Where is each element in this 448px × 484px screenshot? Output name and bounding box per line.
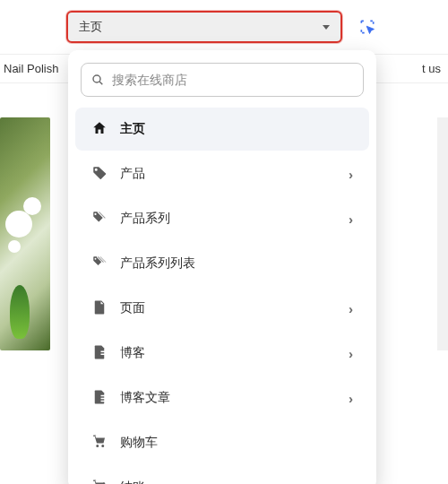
page-selector[interactable]: 主页: [66, 11, 342, 43]
menu-item-blog-post[interactable]: 博客文章›: [75, 376, 369, 419]
menu-item-label: 购物车: [120, 435, 158, 451]
search-field[interactable]: [81, 63, 364, 97]
menu-item-collections-list[interactable]: 产品系列列表: [75, 242, 369, 285]
svg-rect-6: [101, 400, 106, 402]
menu-item-label: 博客文章: [120, 390, 170, 406]
search-input[interactable]: [112, 73, 354, 87]
selection-cursor-icon: [358, 18, 376, 36]
menu-item-label: 产品系列列表: [120, 255, 195, 272]
menu-item-page[interactable]: 页面›: [75, 287, 369, 330]
menu-item-blog[interactable]: 博客›: [75, 332, 369, 375]
blog-icon: [91, 344, 108, 363]
svg-point-0: [93, 75, 100, 82]
menu-item-home[interactable]: 主页: [75, 108, 369, 151]
side-panel: [437, 117, 448, 350]
tag-icon: [91, 165, 108, 184]
menu-item-label: 产品系列: [120, 211, 170, 227]
chevron-down-icon: [323, 25, 330, 30]
menu-list[interactable]: 主页产品›产品系列›产品系列列表页面›博客›博客文章›购物车结账: [68, 106, 376, 484]
menu-item-checkout[interactable]: 结账: [75, 466, 369, 484]
nav-item-right[interactable]: t us: [422, 62, 448, 75]
menu-item-label: 结账: [120, 480, 145, 484]
menu-item-cart[interactable]: 购物车: [75, 421, 369, 464]
hero-image: [0, 117, 50, 350]
home-icon: [91, 120, 108, 139]
inspect-button[interactable]: [353, 13, 382, 41]
nav-item-left[interactable]: Nail Polish: [0, 62, 58, 75]
chevron-right-icon: ›: [349, 391, 353, 406]
chevron-right-icon: ›: [349, 167, 353, 182]
menu-item-collection[interactable]: 产品系列›: [75, 197, 369, 240]
page-selector-label: 主页: [79, 19, 102, 35]
chevron-right-icon: ›: [349, 301, 353, 316]
collection-icon: [91, 210, 108, 229]
svg-line-1: [99, 82, 102, 84]
page-icon: [91, 299, 108, 318]
menu-item-label: 博客: [120, 345, 145, 361]
chevron-right-icon: ›: [349, 212, 353, 227]
menu-item-tag[interactable]: 产品›: [75, 152, 369, 195]
checkout-icon: [91, 479, 108, 485]
svg-rect-3: [101, 353, 107, 355]
blog-post-icon: [91, 389, 108, 408]
chevron-right-icon: ›: [349, 346, 353, 361]
search-wrap: [68, 59, 376, 106]
svg-rect-5: [101, 397, 107, 399]
menu-item-label: 主页: [120, 121, 145, 137]
page-dropdown: 主页产品›产品系列›产品系列列表页面›博客›博客文章›购物车结账: [68, 50, 376, 484]
cart-icon: [91, 434, 108, 453]
menu-item-label: 页面: [120, 300, 145, 316]
search-icon: [90, 73, 105, 87]
top-bar: 主页: [0, 0, 448, 54]
menu-item-label: 产品: [120, 166, 145, 182]
svg-rect-2: [101, 350, 107, 352]
collections-list-icon: [91, 255, 108, 273]
svg-rect-4: [101, 394, 107, 396]
